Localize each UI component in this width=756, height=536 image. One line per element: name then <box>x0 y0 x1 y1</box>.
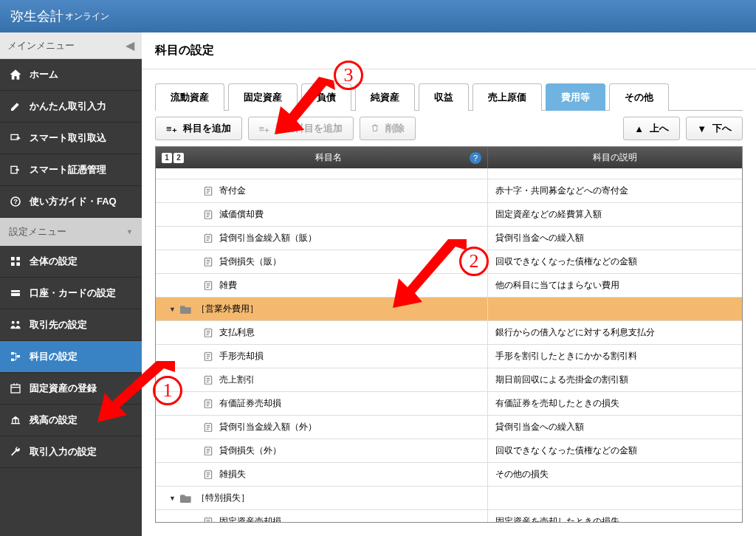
account-icon <box>203 351 213 362</box>
home-icon <box>9 68 22 81</box>
tab-fixed-assets[interactable]: 固定資産 <box>228 83 298 111</box>
main-content: 科目の設定 流動資産 固定資産 負債 純資産 収益 売上原価 費用等 その他 ≡… <box>142 32 756 536</box>
sidebar-item-label: ホーム <box>30 68 58 81</box>
sidebar-item-general-settings[interactable]: 全体の設定 <box>0 246 142 278</box>
svg-rect-6 <box>11 262 15 266</box>
tree-toggle-icon[interactable]: ▼ <box>169 495 176 502</box>
sidebar-item-smart-import[interactable]: スマート取引取込 <box>0 123 142 154</box>
move-down-button[interactable]: ▼ 下へ <box>686 117 743 140</box>
bank-icon <box>9 413 22 427</box>
account-description: 固定資産を売却したときの損失 <box>488 510 742 523</box>
svg-rect-15 <box>11 385 20 393</box>
sidebar-item-entry-settings[interactable]: 取引入力の設定 <box>0 436 142 468</box>
partners-icon <box>9 318 22 331</box>
svg-rect-16 <box>12 419 13 423</box>
sidebar-item-label: 全体の設定 <box>30 255 78 268</box>
trash-icon <box>371 123 379 135</box>
account-name: 貸倒引当金繰入額（外） <box>219 421 317 433</box>
add-sub-account-button[interactable]: ≡₊ 補助科目を追加 <box>248 117 354 140</box>
account-icon <box>203 470 213 480</box>
svg-rect-18 <box>18 419 18 423</box>
collapse-icon[interactable]: ◀ <box>126 38 134 52</box>
table-row[interactable]: 減価償却費固定資産などの経費算入額 <box>156 203 742 227</box>
tree-toggle-icon[interactable]: ▼ <box>169 306 176 313</box>
table-row[interactable] <box>156 168 742 179</box>
evidence-icon <box>9 163 22 176</box>
table-row[interactable]: 雑損失その他の損失 <box>156 463 742 487</box>
collapse-level-1[interactable]: 1 <box>162 153 172 163</box>
settings-menu-label: 設定メニュー <box>9 225 66 238</box>
sidebar-item-account-card[interactable]: 口座・カードの設定 <box>0 278 142 309</box>
account-description: 固定資産などの経費算入額 <box>488 203 742 226</box>
account-icon <box>203 422 213 433</box>
svg-rect-13 <box>11 359 14 361</box>
grid-header: 1 2 科目名 ? 科目の説明 <box>156 147 742 168</box>
account-name: 減価償却費 <box>219 208 264 221</box>
svg-rect-0 <box>11 134 18 140</box>
table-row[interactable]: 手形売却損手形を割引したときにかかる割引料 <box>156 345 742 368</box>
account-description: その他の損失 <box>488 463 742 486</box>
tab-cogs[interactable]: 売上原価 <box>472 83 542 111</box>
sidebar-item-partners[interactable]: 取引先の設定 <box>0 309 142 341</box>
delete-button[interactable]: 削除 <box>360 117 416 140</box>
settings-menu-header[interactable]: 設定メニュー ▼ <box>0 218 142 246</box>
sidebar-item-label: スマート取引取込 <box>30 131 106 145</box>
table-row[interactable]: 売上割引期日前回収による売掛金の割引額 <box>156 368 742 392</box>
table-row[interactable]: ▼［特別損失］ <box>156 487 742 510</box>
move-up-button[interactable]: ▲ 上へ <box>623 117 680 140</box>
sidebar-item-label: 残高の設定 <box>30 413 78 427</box>
table-row[interactable]: 有価証券売却損有価証券を売却したときの損失 <box>156 392 742 416</box>
table-row[interactable]: 貸倒損失（販）回収できなくなった債権などの金額 <box>156 250 742 274</box>
sidebar-item-guide[interactable]: ? 使い方ガイド・FAQ <box>0 186 142 218</box>
table-row[interactable]: 雑費他の科目に当てはまらない費用 <box>156 274 742 298</box>
help-icon[interactable]: ? <box>470 152 481 164</box>
account-description: 赤十字・共同募金などへの寄付金 <box>488 179 742 202</box>
account-name: 貸倒損失（販） <box>219 255 281 268</box>
sidebar-item-label: 使い方ガイド・FAQ <box>30 195 117 208</box>
table-row[interactable]: 支払利息銀行からの借入などに対する利息支払分 <box>156 321 742 345</box>
sidebar-item-accounts[interactable]: 科目の設定 <box>0 341 142 373</box>
account-icon <box>203 375 213 385</box>
collapse-level-2[interactable]: 2 <box>173 153 184 163</box>
sidebar-item-easy-entry[interactable]: かんたん取引入力 <box>0 91 142 123</box>
up-icon: ▲ <box>634 123 644 134</box>
help-icon: ? <box>9 195 22 208</box>
table-row[interactable]: 貸倒損失（外）回収できなくなった債権などの金額 <box>156 439 742 463</box>
category-name: ［特別損失］ <box>196 492 250 504</box>
account-icon <box>203 399 213 409</box>
svg-rect-5 <box>16 257 20 261</box>
table-row[interactable]: 固定資産売却損固定資産を売却したときの損失 <box>156 510 742 523</box>
svg-rect-12 <box>11 352 14 354</box>
sidebar-item-home[interactable]: ホーム <box>0 59 142 91</box>
account-icon <box>203 446 213 456</box>
sidebar-item-balance[interactable]: 残高の設定 <box>0 405 142 436</box>
svg-rect-7 <box>16 262 20 266</box>
account-icon <box>203 328 213 338</box>
svg-point-11 <box>16 321 19 324</box>
sidebar-item-smart-evidence[interactable]: スマート証憑管理 <box>0 154 142 186</box>
table-row[interactable]: 貸倒引当金繰入額（外）貸倒引当金への繰入額 <box>156 416 742 439</box>
tab-expenses[interactable]: 費用等 <box>546 83 605 111</box>
calendar-icon <box>9 382 22 395</box>
folder-icon <box>180 494 190 502</box>
table-row[interactable]: 寄付金赤十字・共同募金などへの寄付金 <box>156 179 742 203</box>
tab-other[interactable]: その他 <box>609 83 669 111</box>
main-menu-header[interactable]: メインメニュー ◀ <box>0 32 142 59</box>
tab-liabilities[interactable]: 負債 <box>301 83 351 111</box>
add-account-button[interactable]: ≡₊ 科目を追加 <box>155 117 242 140</box>
import-icon <box>9 131 22 145</box>
folder-icon <box>180 305 190 313</box>
table-row[interactable]: ▼［営業外費用］ <box>156 298 742 321</box>
account-description: 他の科目に当てはまらない費用 <box>488 274 742 297</box>
sidebar-item-fixed-assets[interactable]: 固定資産の登録 <box>0 373 142 405</box>
toolbar: ≡₊ 科目を追加 ≡₊ 補助科目を追加 削除 ▲ 上へ ▼ 下へ <box>142 111 756 146</box>
svg-rect-17 <box>15 419 16 423</box>
tab-net-assets[interactable]: 純資産 <box>355 83 415 111</box>
account-icon <box>203 281 213 291</box>
tab-revenue[interactable]: 収益 <box>419 83 469 111</box>
account-name: 貸倒損失（外） <box>219 444 281 457</box>
tab-current-assets[interactable]: 流動資産 <box>155 83 224 111</box>
table-row[interactable]: 貸倒引当金繰入額（販）貸倒引当金への繰入額 <box>156 227 742 250</box>
account-description: 銀行からの借入などに対する利息支払分 <box>488 321 742 344</box>
account-name: 売上割引 <box>219 374 255 386</box>
